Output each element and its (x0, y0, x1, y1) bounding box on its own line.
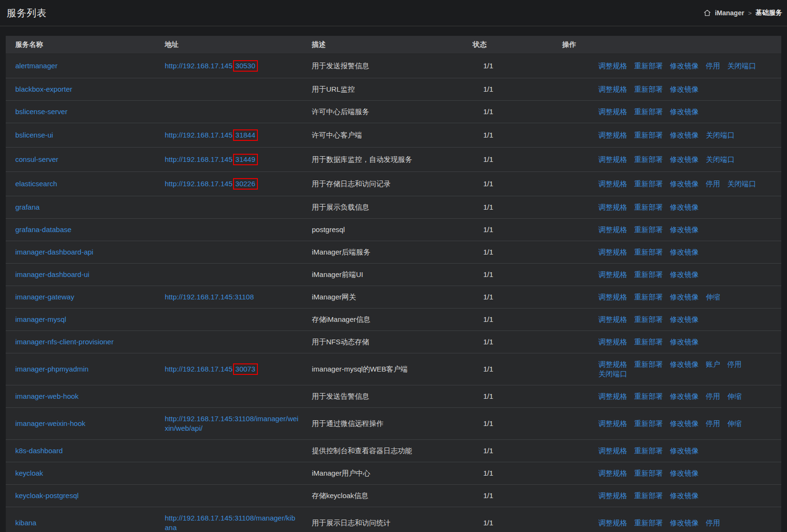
breadcrumb-root-link[interactable]: iManager (715, 9, 744, 17)
op-redeploy[interactable]: 重新部署 (634, 491, 663, 500)
service-url-link[interactable]: http://192.168.17.14531449 (165, 155, 258, 163)
op-redeploy[interactable]: 重新部署 (634, 338, 663, 346)
op-account[interactable]: 账户 (706, 360, 720, 368)
home-icon[interactable] (703, 9, 711, 17)
service-name-link[interactable]: imanager-dashboard-api (15, 248, 93, 256)
op-adjust-spec[interactable]: 调整规格 (598, 203, 627, 211)
op-redeploy[interactable]: 重新部署 (634, 107, 663, 116)
op-redeploy[interactable]: 重新部署 (634, 155, 663, 163)
op-disable[interactable]: 停用 (706, 180, 720, 188)
service-name-link[interactable]: imanager-phpmyadmin (15, 365, 88, 373)
op-adjust-spec[interactable]: 调整规格 (598, 293, 627, 301)
service-url-link[interactable]: http://192.168.17.145:31108/manager/kiba… (165, 514, 295, 532)
service-name-link[interactable]: imanager-weixin-hook (15, 419, 85, 427)
service-name-link[interactable]: grafana-database (15, 225, 72, 234)
op-modify-image[interactable]: 修改镜像 (670, 338, 699, 346)
service-url-link[interactable]: http://192.168.17.145:31108/imanager/wei… (165, 415, 298, 432)
op-adjust-spec[interactable]: 调整规格 (598, 519, 627, 527)
op-redeploy[interactable]: 重新部署 (634, 203, 663, 211)
op-adjust-spec[interactable]: 调整规格 (598, 491, 627, 500)
service-name-link[interactable]: bslicense-server (15, 107, 67, 116)
op-redeploy[interactable]: 重新部署 (634, 419, 663, 427)
op-modify-image[interactable]: 修改镜像 (670, 447, 699, 455)
op-scale[interactable]: 伸缩 (706, 293, 720, 301)
op-modify-image[interactable]: 修改镜像 (670, 519, 699, 527)
op-adjust-spec[interactable]: 调整规格 (598, 225, 627, 234)
op-redeploy[interactable]: 重新部署 (634, 447, 663, 455)
op-disable[interactable]: 停用 (706, 419, 720, 427)
op-close-port[interactable]: 关闭端口 (727, 62, 756, 70)
op-modify-image[interactable]: 修改镜像 (670, 419, 699, 427)
op-adjust-spec[interactable]: 调整规格 (598, 107, 627, 116)
op-scale[interactable]: 伸缩 (727, 392, 742, 400)
service-name-link[interactable]: kibana (15, 519, 36, 527)
op-modify-image[interactable]: 修改镜像 (670, 203, 699, 211)
service-url-link[interactable]: http://192.168.17.14530226 (165, 180, 258, 188)
op-redeploy[interactable]: 重新部署 (634, 225, 663, 234)
op-modify-image[interactable]: 修改镜像 (670, 85, 699, 93)
service-name-link[interactable]: grafana (15, 203, 40, 211)
op-adjust-spec[interactable]: 调整规格 (598, 447, 627, 455)
op-modify-image[interactable]: 修改镜像 (670, 107, 699, 116)
op-redeploy[interactable]: 重新部署 (634, 360, 663, 368)
op-adjust-spec[interactable]: 调整规格 (598, 392, 627, 400)
op-redeploy[interactable]: 重新部署 (634, 293, 663, 301)
op-adjust-spec[interactable]: 调整规格 (598, 360, 627, 368)
service-name-link[interactable]: blackbox-exporter (15, 85, 72, 93)
op-adjust-spec[interactable]: 调整规格 (598, 85, 627, 93)
op-close-port[interactable]: 关闭端口 (706, 131, 734, 139)
op-modify-image[interactable]: 修改镜像 (670, 225, 699, 234)
op-redeploy[interactable]: 重新部署 (634, 131, 663, 139)
op-modify-image[interactable]: 修改镜像 (670, 315, 699, 323)
op-modify-image[interactable]: 修改镜像 (670, 131, 699, 139)
op-modify-image[interactable]: 修改镜像 (670, 248, 699, 256)
service-name-link[interactable]: imanager-nfs-client-provisioner (15, 338, 114, 346)
op-close-port[interactable]: 关闭端口 (598, 370, 627, 378)
op-adjust-spec[interactable]: 调整规格 (598, 338, 627, 346)
op-close-port[interactable]: 关闭端口 (706, 155, 734, 163)
service-url-link[interactable]: http://192.168.17.14531844 (165, 131, 258, 139)
op-disable[interactable]: 停用 (706, 62, 720, 70)
op-redeploy[interactable]: 重新部署 (634, 62, 663, 70)
service-name-link[interactable]: bslicense-ui (15, 131, 53, 139)
op-close-port[interactable]: 关闭端口 (727, 180, 756, 188)
op-modify-image[interactable]: 修改镜像 (670, 491, 699, 500)
op-modify-image[interactable]: 修改镜像 (670, 360, 699, 368)
op-adjust-spec[interactable]: 调整规格 (598, 131, 627, 139)
op-modify-image[interactable]: 修改镜像 (670, 180, 699, 188)
op-adjust-spec[interactable]: 调整规格 (598, 180, 627, 188)
service-name-link[interactable]: consul-server (15, 155, 58, 163)
op-redeploy[interactable]: 重新部署 (634, 270, 663, 278)
service-name-link[interactable]: imanager-web-hook (15, 392, 79, 400)
op-redeploy[interactable]: 重新部署 (634, 85, 663, 93)
op-adjust-spec[interactable]: 调整规格 (598, 248, 627, 256)
op-modify-image[interactable]: 修改镜像 (670, 270, 699, 278)
op-redeploy[interactable]: 重新部署 (634, 315, 663, 323)
service-name-link[interactable]: imanager-gateway (15, 293, 74, 301)
op-adjust-spec[interactable]: 调整规格 (598, 469, 627, 477)
service-name-link[interactable]: k8s-dashboard (15, 447, 63, 455)
service-name-link[interactable]: alertmanager (15, 62, 57, 70)
op-redeploy[interactable]: 重新部署 (634, 519, 663, 527)
op-modify-image[interactable]: 修改镜像 (670, 469, 699, 477)
service-name-link[interactable]: keycloak (15, 469, 43, 477)
op-adjust-spec[interactable]: 调整规格 (598, 155, 627, 163)
op-adjust-spec[interactable]: 调整规格 (598, 270, 627, 278)
service-url-link[interactable]: http://192.168.17.145:31108 (165, 293, 254, 301)
op-redeploy[interactable]: 重新部署 (634, 469, 663, 477)
service-name-link[interactable]: keycloak-postgresql (15, 491, 79, 500)
op-disable[interactable]: 停用 (706, 519, 720, 527)
op-disable[interactable]: 停用 (727, 360, 742, 368)
op-modify-image[interactable]: 修改镜像 (670, 392, 699, 400)
service-url-link[interactable]: http://192.168.17.14530530 (165, 62, 258, 70)
service-name-link[interactable]: imanager-dashboard-ui (15, 270, 89, 278)
op-modify-image[interactable]: 修改镜像 (670, 293, 699, 301)
op-adjust-spec[interactable]: 调整规格 (598, 419, 627, 427)
service-url-link[interactable]: http://192.168.17.14530073 (165, 365, 258, 373)
op-adjust-spec[interactable]: 调整规格 (598, 315, 627, 323)
service-name-link[interactable]: imanager-mysql (15, 315, 66, 323)
service-name-link[interactable]: elasticsearch (15, 180, 57, 188)
op-scale[interactable]: 伸缩 (727, 419, 742, 427)
op-redeploy[interactable]: 重新部署 (634, 392, 663, 400)
op-modify-image[interactable]: 修改镜像 (670, 155, 699, 163)
